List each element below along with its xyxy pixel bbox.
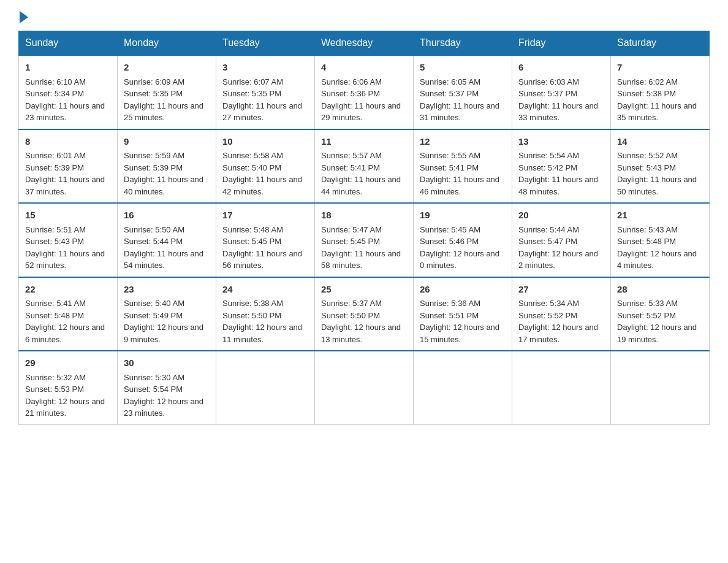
calendar-header-row: SundayMondayTuesdayWednesdayThursdayFrid… (19, 31, 710, 56)
day-info: Sunrise: 5:57 AMSunset: 5:41 PMDaylight:… (321, 151, 401, 196)
day-info: Sunrise: 5:30 AMSunset: 5:54 PMDaylight:… (124, 373, 203, 418)
day-info: Sunrise: 5:37 AMSunset: 5:50 PMDaylight:… (321, 299, 401, 344)
calendar-header-sunday: Sunday (19, 31, 118, 56)
calendar-cell: 13Sunrise: 5:54 AMSunset: 5:42 PMDayligh… (512, 129, 611, 204)
calendar-cell: 21Sunrise: 5:43 AMSunset: 5:48 PMDayligh… (611, 203, 710, 277)
day-info: Sunrise: 5:47 AMSunset: 5:45 PMDaylight:… (321, 225, 401, 270)
day-info: Sunrise: 6:02 AMSunset: 5:38 PMDaylight:… (617, 77, 697, 123)
calendar-cell: 8Sunrise: 6:01 AMSunset: 5:39 PMDaylight… (19, 129, 118, 204)
day-number: 7 (617, 61, 703, 75)
day-number: 5 (420, 61, 506, 75)
day-info: Sunrise: 6:01 AMSunset: 5:39 PMDaylight:… (25, 151, 105, 196)
day-info: Sunrise: 6:10 AMSunset: 5:34 PMDaylight:… (25, 77, 105, 123)
calendar-cell: 2Sunrise: 6:09 AMSunset: 5:35 PMDaylight… (118, 55, 216, 129)
day-info: Sunrise: 5:45 AMSunset: 5:46 PMDaylight:… (420, 225, 499, 270)
calendar-week-row-3: 15Sunrise: 5:51 AMSunset: 5:43 PMDayligh… (19, 203, 710, 277)
calendar-cell: 10Sunrise: 5:58 AMSunset: 5:40 PMDayligh… (216, 129, 315, 204)
calendar-cell: 14Sunrise: 5:52 AMSunset: 5:43 PMDayligh… (611, 129, 710, 204)
calendar-cell: 27Sunrise: 5:34 AMSunset: 5:52 PMDayligh… (512, 277, 611, 351)
calendar-cell: 17Sunrise: 5:48 AMSunset: 5:45 PMDayligh… (216, 203, 315, 277)
day-info: Sunrise: 5:50 AMSunset: 5:44 PMDaylight:… (124, 225, 203, 270)
day-info: Sunrise: 5:54 AMSunset: 5:42 PMDaylight:… (518, 151, 598, 196)
day-number: 13 (518, 135, 604, 149)
day-info: Sunrise: 5:32 AMSunset: 5:53 PMDaylight:… (25, 373, 105, 418)
day-info: Sunrise: 6:03 AMSunset: 5:37 PMDaylight:… (518, 77, 598, 123)
calendar-header-saturday: Saturday (611, 31, 710, 56)
calendar-cell (216, 351, 315, 424)
day-number: 28 (617, 283, 703, 297)
day-info: Sunrise: 6:09 AMSunset: 5:35 PMDaylight:… (124, 77, 203, 123)
calendar-header-monday: Monday (118, 31, 216, 56)
day-number: 22 (25, 283, 111, 297)
day-number: 9 (124, 135, 210, 149)
calendar-cell: 7Sunrise: 6:02 AMSunset: 5:38 PMDaylight… (611, 55, 710, 129)
calendar-cell (414, 351, 512, 424)
calendar-cell (611, 351, 710, 424)
day-info: Sunrise: 5:55 AMSunset: 5:41 PMDaylight:… (420, 151, 499, 196)
calendar-cell: 5Sunrise: 6:05 AMSunset: 5:37 PMDaylight… (414, 55, 512, 129)
day-info: Sunrise: 6:07 AMSunset: 5:35 PMDaylight:… (222, 77, 302, 123)
calendar-week-row-1: 1Sunrise: 6:10 AMSunset: 5:34 PMDaylight… (19, 55, 710, 129)
calendar-cell: 22Sunrise: 5:41 AMSunset: 5:48 PMDayligh… (19, 277, 118, 351)
page-header (18, 12, 710, 21)
day-number: 18 (321, 209, 407, 223)
calendar-cell: 1Sunrise: 6:10 AMSunset: 5:34 PMDaylight… (19, 55, 118, 129)
day-number: 15 (25, 209, 111, 223)
logo-triangle-icon (20, 11, 28, 23)
day-info: Sunrise: 5:59 AMSunset: 5:39 PMDaylight:… (124, 151, 203, 196)
day-number: 3 (222, 61, 308, 75)
day-info: Sunrise: 5:34 AMSunset: 5:52 PMDaylight:… (518, 299, 598, 344)
calendar-cell: 29Sunrise: 5:32 AMSunset: 5:53 PMDayligh… (19, 351, 118, 424)
calendar-cell: 4Sunrise: 6:06 AMSunset: 5:36 PMDaylight… (315, 55, 414, 129)
day-info: Sunrise: 5:36 AMSunset: 5:51 PMDaylight:… (420, 299, 499, 344)
day-number: 24 (222, 283, 308, 297)
day-number: 16 (124, 209, 210, 223)
day-number: 30 (124, 356, 210, 370)
day-number: 11 (321, 135, 407, 149)
calendar-cell: 23Sunrise: 5:40 AMSunset: 5:49 PMDayligh… (118, 277, 216, 351)
day-number: 23 (124, 283, 210, 297)
day-number: 25 (321, 283, 407, 297)
calendar-week-row-2: 8Sunrise: 6:01 AMSunset: 5:39 PMDaylight… (19, 129, 710, 204)
day-number: 8 (25, 135, 111, 149)
day-info: Sunrise: 5:33 AMSunset: 5:52 PMDaylight:… (617, 299, 697, 344)
day-info: Sunrise: 5:51 AMSunset: 5:43 PMDaylight:… (25, 225, 105, 270)
calendar-cell: 19Sunrise: 5:45 AMSunset: 5:46 PMDayligh… (414, 203, 512, 277)
calendar-cell: 9Sunrise: 5:59 AMSunset: 5:39 PMDaylight… (118, 129, 216, 204)
day-number: 2 (124, 61, 210, 75)
calendar-cell: 24Sunrise: 5:38 AMSunset: 5:50 PMDayligh… (216, 277, 315, 351)
day-number: 14 (617, 135, 703, 149)
day-number: 26 (420, 283, 506, 297)
day-info: Sunrise: 5:40 AMSunset: 5:49 PMDaylight:… (124, 299, 203, 344)
day-number: 27 (518, 283, 604, 297)
calendar-header-wednesday: Wednesday (315, 31, 414, 56)
logo (18, 12, 28, 21)
calendar-week-row-5: 29Sunrise: 5:32 AMSunset: 5:53 PMDayligh… (19, 351, 710, 424)
calendar-cell: 12Sunrise: 5:55 AMSunset: 5:41 PMDayligh… (414, 129, 512, 204)
day-number: 19 (420, 209, 506, 223)
day-info: Sunrise: 6:06 AMSunset: 5:36 PMDaylight:… (321, 77, 401, 123)
day-info: Sunrise: 5:43 AMSunset: 5:48 PMDaylight:… (617, 225, 697, 270)
calendar-header-tuesday: Tuesday (216, 31, 315, 56)
day-number: 17 (222, 209, 308, 223)
day-number: 10 (222, 135, 308, 149)
day-number: 29 (25, 356, 111, 370)
calendar-cell: 20Sunrise: 5:44 AMSunset: 5:47 PMDayligh… (512, 203, 611, 277)
day-info: Sunrise: 5:48 AMSunset: 5:45 PMDaylight:… (222, 225, 302, 270)
calendar-cell: 30Sunrise: 5:30 AMSunset: 5:54 PMDayligh… (118, 351, 216, 424)
day-number: 6 (518, 61, 604, 75)
calendar-cell: 18Sunrise: 5:47 AMSunset: 5:45 PMDayligh… (315, 203, 414, 277)
day-info: Sunrise: 5:52 AMSunset: 5:43 PMDaylight:… (617, 151, 697, 196)
calendar-cell: 28Sunrise: 5:33 AMSunset: 5:52 PMDayligh… (611, 277, 710, 351)
day-info: Sunrise: 5:58 AMSunset: 5:40 PMDaylight:… (222, 151, 302, 196)
day-number: 20 (518, 209, 604, 223)
calendar-cell: 16Sunrise: 5:50 AMSunset: 5:44 PMDayligh… (118, 203, 216, 277)
calendar-cell (512, 351, 611, 424)
calendar-table: SundayMondayTuesdayWednesdayThursdayFrid… (18, 31, 710, 425)
calendar-week-row-4: 22Sunrise: 5:41 AMSunset: 5:48 PMDayligh… (19, 277, 710, 351)
calendar-cell: 26Sunrise: 5:36 AMSunset: 5:51 PMDayligh… (414, 277, 512, 351)
calendar-cell (315, 351, 414, 424)
calendar-cell: 3Sunrise: 6:07 AMSunset: 5:35 PMDaylight… (216, 55, 315, 129)
day-info: Sunrise: 6:05 AMSunset: 5:37 PMDaylight:… (420, 77, 499, 123)
day-number: 1 (25, 61, 111, 75)
